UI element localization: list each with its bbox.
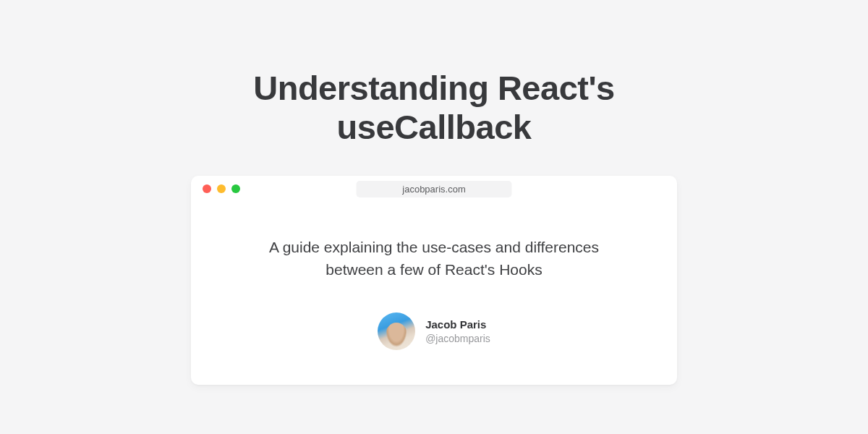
close-icon[interactable] [203, 184, 211, 193]
author-name: Jacob Paris [425, 318, 490, 331]
url-bar[interactable]: jacobparis.com [357, 181, 512, 197]
window-controls [203, 184, 240, 193]
article-description: A guide explaining the use-cases and dif… [253, 237, 615, 281]
browser-chrome: jacobparis.com [191, 176, 677, 202]
author-block: Jacob Paris @jacobmparis [234, 312, 634, 350]
avatar [378, 312, 415, 350]
maximize-icon[interactable] [231, 184, 240, 193]
browser-content: A guide explaining the use-cases and dif… [191, 202, 677, 385]
author-handle: @jacobmparis [425, 333, 490, 344]
author-text: Jacob Paris @jacobmparis [425, 318, 490, 344]
minimize-icon[interactable] [217, 184, 226, 193]
page-title: Understanding React's useCallback [181, 69, 687, 147]
browser-window: jacobparis.com A guide explaining the us… [191, 176, 677, 385]
